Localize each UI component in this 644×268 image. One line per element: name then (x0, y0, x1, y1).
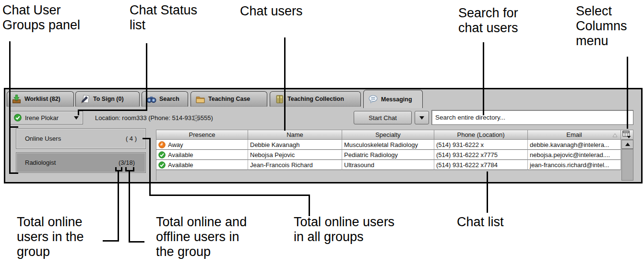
table-row-cell-specialty[interactable]: Musculoskeletal Radiology (342, 140, 434, 150)
annotation-chat-list: Chat list (457, 215, 504, 230)
email-value: debbie.kavanagh@intelera... (530, 141, 609, 148)
sign-pen-icon (80, 94, 90, 104)
callout-line-total-all-groups (149, 195, 310, 196)
callout-line-total-all-groups (309, 195, 310, 216)
sort-ascending-icon (612, 133, 618, 137)
folder-icon (195, 94, 205, 104)
column-header-specialty[interactable]: Specialty (342, 130, 434, 140)
column-header-label: Presence (189, 131, 215, 138)
column-header-phone-location[interactable]: Phone (Location) (434, 130, 528, 140)
callout-line-chat-status (78, 110, 79, 115)
annotation-search-for-chat-users: Search for chat users (458, 6, 518, 36)
gear-icon[interactable]: ⚙ (192, 113, 201, 123)
column-header-label: Email (566, 131, 582, 138)
binoculars-icon (146, 94, 156, 104)
column-header-name[interactable]: Name (248, 130, 342, 140)
tab-teaching-collection[interactable]: Teaching Collection (270, 91, 361, 107)
group-count-online-total: (3/18) (119, 159, 145, 166)
chat-list-empty-area (156, 170, 621, 181)
callout-line-online-in-group (118, 171, 119, 242)
table-row-cell-email[interactable]: jean-francois.richard@intel... (528, 160, 621, 170)
callout-line-total-all-groups (149, 138, 151, 196)
select-columns-button[interactable] (621, 130, 633, 140)
book-icon (274, 94, 285, 104)
speech-bubble-icon (368, 94, 378, 104)
callout-line-search (483, 42, 484, 115)
tab-label: Worklist (82) (24, 96, 60, 102)
table-row-cell-email[interactable]: nebojsa.pejovic@intelerad.... (528, 150, 621, 160)
table-row-cell-presence[interactable]: Away (156, 140, 248, 150)
available-status-icon (14, 114, 22, 122)
tab-label: Search (159, 96, 179, 102)
scrollbar-up-button[interactable] (621, 140, 633, 149)
callout-line-chat-users (284, 37, 286, 131)
annotation-chat-status-list: Chat Status list (130, 3, 197, 33)
annotation-total-online-all-groups: Total online users in all groups (294, 215, 394, 244)
chat-status-dropdown[interactable]: Irene Plokar (10, 111, 83, 124)
table-row-cell-name[interactable]: Jean-Francois Richard (248, 160, 342, 170)
group-button-online-users[interactable]: Online Users ( 4 ) (16, 128, 146, 149)
away-presence-icon (158, 141, 166, 148)
table-row-cell-specialty[interactable]: Pediatric Radiology (342, 150, 434, 160)
column-header-email[interactable]: Email (528, 130, 621, 140)
table-row-cell-phone[interactable]: (514) 931-6222 x7784 (434, 160, 528, 170)
table-row-cell-name[interactable]: Nebojsa Pejovic (248, 150, 342, 160)
group-name: Online Users (16, 135, 126, 142)
worklist-tray-icon (12, 94, 22, 104)
arrow-up-icon (625, 143, 630, 146)
email-value: nebojsa.pejovic@intelerad.... (530, 151, 610, 158)
available-presence-icon (158, 161, 166, 169)
start-chat-dropdown-button[interactable] (415, 111, 429, 124)
callout-line-chat-status (146, 43, 147, 111)
search-input[interactable] (431, 110, 633, 125)
table-row-cell-phone[interactable]: (514) 931-6222 x (434, 140, 528, 150)
start-chat-label: Start Chat (369, 114, 397, 122)
email-value: jean-francois.richard@intel... (530, 161, 609, 169)
group-name: Radiologist (16, 159, 119, 166)
chat-status-user-name: Irene Plokar (25, 114, 71, 122)
tab-to-sign[interactable]: To Sign (0) (75, 91, 140, 107)
column-header-presence[interactable]: Presence (156, 130, 248, 140)
column-header-label: Specialty (375, 131, 401, 138)
tab-teaching-case[interactable]: Teaching Case (191, 91, 267, 107)
phone-value: (514) 931-6222 x (436, 141, 484, 148)
annotation-total-online-group: Total online users in the group (17, 215, 84, 259)
table-row-cell-phone[interactable]: (514) 931-6222 x7775 (434, 150, 528, 160)
table-row-cell-email[interactable]: debbie.kavanagh@intelera... (528, 140, 621, 150)
callout-bracket-bottom (9, 172, 18, 174)
annotation-total-online-offline-group: Total online and offline users in the gr… (156, 215, 247, 259)
scrollbar-track[interactable] (621, 149, 633, 181)
tab-label: Messaging (381, 96, 412, 103)
callout-line-chat-status (78, 110, 147, 111)
name-value: Jean-Francois Richard (250, 161, 313, 169)
specialty-value: Ultrasound (344, 161, 374, 169)
tab-label: To Sign (0) (93, 96, 124, 102)
name-value: Nebojsa Pejovic (250, 151, 295, 158)
callout-line-online-offline-in-group (129, 171, 130, 243)
table-row-cell-presence[interactable]: Available (156, 160, 248, 170)
tab-search[interactable]: Search (142, 91, 188, 107)
phone-value: (514) 931-6222 x7775 (436, 151, 498, 158)
callout-line-chat-user-groups (9, 41, 11, 174)
annotation-chat-users: Chat users (240, 4, 303, 19)
callout-line-select-columns (627, 57, 628, 129)
tab-worklist[interactable]: Worklist (82) (7, 91, 74, 107)
name-value: Debbie Kavanagh (250, 141, 299, 148)
callout-line-online-in-group (103, 240, 119, 242)
presence-label: Away (168, 141, 183, 148)
tab-label: Teaching Collection (287, 96, 344, 102)
table-row-cell-name[interactable]: Debbie Kavanagh (248, 140, 342, 150)
presence-label: Available (168, 161, 193, 169)
callout-line-online-offline-in-group (129, 241, 144, 243)
callout-bracket-top (9, 126, 18, 128)
annotation-select-columns-menu: Select Columns menu (576, 4, 627, 49)
select-columns-icon (622, 131, 632, 139)
documentation-figure: Chat User Groups panel Chat Status list … (0, 0, 644, 268)
specialty-value: Musculoskeletal Radiology (344, 141, 418, 148)
start-chat-button[interactable]: Start Chat (354, 111, 412, 124)
table-row-cell-presence[interactable]: Available (156, 150, 248, 160)
chevron-down-icon (419, 116, 424, 120)
callout-line-chat-list (487, 171, 488, 213)
table-row-cell-specialty[interactable]: Ultrasound (342, 160, 434, 170)
tab-messaging[interactable]: Messaging (363, 90, 423, 108)
